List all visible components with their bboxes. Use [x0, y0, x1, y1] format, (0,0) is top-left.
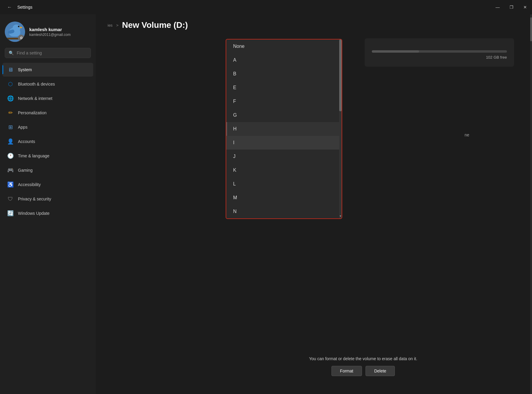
- breadcrumb-separator: >: [116, 23, 119, 28]
- partial-label: ne: [464, 133, 469, 137]
- update-icon: 🔄: [7, 210, 14, 217]
- breadcrumb-parent: ies: [108, 23, 113, 28]
- sidebar-label-time: Time & language: [18, 153, 49, 158]
- sidebar: ⚙ kamlesh kumar kamlesh2011@gmail.com 🔍 …: [0, 14, 96, 394]
- sidebar-label-apps: Apps: [18, 125, 27, 130]
- dropdown-items-container: NoneABEFGHIJKLMN: [226, 39, 342, 218]
- scrollbar-thumb: [530, 17, 532, 41]
- app-title: Settings: [17, 5, 33, 10]
- sidebar-item-update[interactable]: 🔄Windows Update: [2, 206, 93, 220]
- dropdown-item-g[interactable]: G: [226, 108, 342, 122]
- sidebar-label-network: Network & internet: [18, 96, 52, 101]
- dropdown-scrollbar[interactable]: ▼: [339, 39, 342, 218]
- sidebar-item-system[interactable]: 🖥System: [2, 63, 93, 77]
- gaming-icon: 🎮: [7, 167, 14, 174]
- avatar: ⚙: [5, 22, 25, 42]
- app-container: ⚙ kamlesh kumar kamlesh2011@gmail.com 🔍 …: [0, 14, 532, 394]
- dropdown-item-n[interactable]: N: [226, 205, 342, 218]
- dropdown-item-m[interactable]: M: [226, 191, 342, 205]
- back-button[interactable]: ←: [5, 2, 14, 12]
- user-email: kamlesh2011@gmail.com: [29, 33, 71, 37]
- search-box: 🔍: [5, 48, 91, 58]
- accessibility-icon: ♿: [7, 181, 14, 188]
- sidebar-label-personalization: Personalization: [18, 110, 47, 115]
- dropdown-scroll-down-icon[interactable]: ▼: [339, 214, 342, 218]
- restore-button[interactable]: ❐: [505, 0, 518, 14]
- search-container: 🔍: [0, 48, 96, 63]
- avatar-gear-icon: ⚙: [18, 35, 25, 41]
- window-controls: — ❐ ✕: [491, 0, 532, 14]
- personalization-icon: ✏: [7, 109, 14, 116]
- breadcrumb-current: New Volume (D:): [122, 20, 188, 30]
- sidebar-label-accounts: Accounts: [18, 139, 35, 144]
- sidebar-item-privacy[interactable]: 🛡Privacy & security: [2, 192, 93, 206]
- dropdown-item-j[interactable]: J: [226, 150, 342, 163]
- storage-used: [372, 50, 419, 53]
- apps-icon: ⊞: [7, 124, 14, 130]
- sidebar-item-bluetooth[interactable]: ⬡Bluetooth & devices: [2, 77, 93, 91]
- sidebar-label-gaming: Gaming: [18, 168, 33, 173]
- sidebar-label-accessibility: Accessibility: [18, 182, 41, 187]
- format-button[interactable]: Format: [331, 366, 362, 376]
- sidebar-item-gaming[interactable]: 🎮Gaming: [2, 163, 93, 177]
- sidebar-item-accessibility[interactable]: ♿Accessibility: [2, 178, 93, 191]
- user-name: kamlesh kumar: [29, 27, 71, 32]
- dropdown-scrollbar-thumb: [339, 39, 342, 111]
- sidebar-label-system: System: [18, 67, 32, 72]
- dropdown-item-k[interactable]: K: [226, 163, 342, 177]
- dropdown-item-i[interactable]: I: [226, 136, 342, 150]
- nav-list: 🖥System⬡Bluetooth & devices🌐Network & in…: [0, 63, 96, 221]
- delete-button[interactable]: Delete: [366, 366, 395, 376]
- close-button[interactable]: ✕: [518, 0, 532, 14]
- bluetooth-icon: ⬡: [7, 81, 14, 87]
- search-input[interactable]: [17, 51, 87, 55]
- sidebar-label-bluetooth: Bluetooth & devices: [18, 82, 55, 86]
- storage-bar: [372, 50, 507, 53]
- sidebar-item-personalization[interactable]: ✏Personalization: [2, 106, 93, 120]
- action-buttons: Format Delete: [212, 366, 514, 376]
- sidebar-item-accounts[interactable]: 👤Accounts: [2, 135, 93, 148]
- drive-info: 102 GB free: [365, 38, 514, 67]
- time-icon: 🕐: [7, 153, 14, 159]
- minimize-button[interactable]: —: [491, 0, 505, 14]
- dropdown-item-f[interactable]: F: [226, 95, 342, 108]
- dropdown-item-a[interactable]: A: [226, 53, 342, 67]
- accounts-icon: 👤: [7, 138, 14, 145]
- dropdown-item-b[interactable]: B: [226, 67, 342, 81]
- sidebar-item-network[interactable]: 🌐Network & internet: [2, 92, 93, 105]
- dropdown-item-none[interactable]: None: [226, 39, 342, 53]
- sidebar-label-update: Windows Update: [18, 211, 50, 216]
- network-icon: 🌐: [7, 95, 14, 102]
- dropdown-item-l[interactable]: L: [226, 177, 342, 191]
- dropdown-item-h[interactable]: H: [226, 122, 342, 136]
- sidebar-label-privacy: Privacy & security: [18, 197, 51, 201]
- user-info: kamlesh kumar kamlesh2011@gmail.com: [29, 27, 71, 37]
- sidebar-item-apps[interactable]: ⊞Apps: [2, 120, 93, 134]
- system-icon: 🖥: [7, 66, 14, 73]
- search-icon: 🔍: [9, 51, 14, 55]
- storage-free-label: 102 GB free: [372, 55, 507, 60]
- drive-letter-dropdown[interactable]: NoneABEFGHIJKLMN ▼: [226, 39, 342, 219]
- user-profile[interactable]: ⚙ kamlesh kumar kamlesh2011@gmail.com: [0, 14, 96, 48]
- privacy-icon: 🛡: [7, 196, 14, 202]
- bottom-section: You can format or delete the volume to e…: [212, 356, 514, 376]
- bottom-description: You can format or delete the volume to e…: [212, 356, 514, 361]
- main-content: ies > New Volume (D:) ne 102 GB free You…: [96, 14, 532, 394]
- dropdown-item-e[interactable]: E: [226, 81, 342, 95]
- main-scrollbar[interactable]: [530, 14, 532, 394]
- breadcrumb-area: ies > New Volume (D:): [96, 14, 532, 33]
- titlebar: ← Settings — ❐ ✕: [0, 0, 532, 14]
- sidebar-item-time[interactable]: 🕐Time & language: [2, 149, 93, 163]
